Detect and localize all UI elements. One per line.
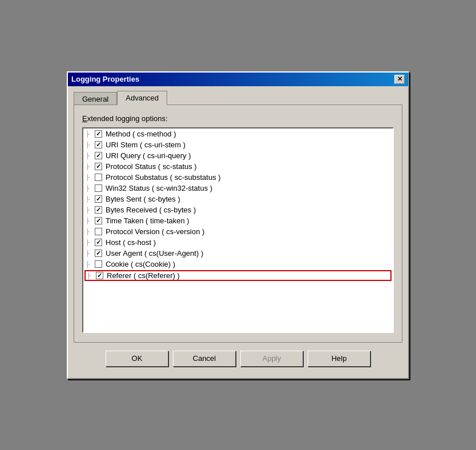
label-protocol-version: Protocol Version ( cs-version ) [106,227,204,236]
label-protocol-status: Protocol Status ( sc-status ) [106,162,197,171]
label-bytes-received: Bytes Received ( cs-bytes ) [106,206,196,214]
dialog-window: Logging Properties ✕ General Advanced Ex… [67,71,409,379]
tree-line-protocol-status: ├ [86,163,90,170]
checkbox-uri-query[interactable] [95,152,102,159]
help-button[interactable]: Help [308,351,370,367]
apply-button[interactable]: Apply [240,351,303,367]
checkbox-protocol-status[interactable] [95,163,102,170]
checkbox-protocol-substatus[interactable] [95,174,102,181]
title-bar: Logging Properties ✕ [68,73,408,86]
logging-options-list: ├Method ( cs-method )├URI Stem ( cs-uri-… [82,127,394,333]
tree-line-uri-stem: ├ [86,142,90,148]
list-item-user-agent[interactable]: ├User Agent ( cs(User-Agent) ) [83,248,393,259]
label-referer: Referer ( cs(Referer) ) [107,271,180,280]
tree-line-time-taken: ├ [86,218,90,224]
tab-advanced[interactable]: Advanced [117,91,167,105]
list-item-method[interactable]: ├Method ( cs-method ) [83,128,393,139]
list-item-host[interactable]: ├Host ( cs-host ) [83,237,393,248]
list-item-protocol-status[interactable]: ├Protocol Status ( sc-status ) [83,161,393,172]
tree-line-bytes-sent: ├ [86,196,90,202]
checkbox-uri-stem[interactable] [95,141,102,148]
label-uri-stem: URI Stem ( cs-uri-stem ) [106,140,185,149]
list-item-time-taken[interactable]: ├Time Taken ( time-taken ) [83,215,393,226]
checkbox-cookie[interactable] [95,260,102,268]
list-item-uri-stem[interactable]: ├URI Stem ( cs-uri-stem ) [83,139,393,150]
list-item-uri-query[interactable]: ├URI Query ( cs-uri-query ) [83,150,393,161]
checkbox-host[interactable] [95,239,102,246]
tree-line-win32-status: ├ [86,185,90,191]
tree-line-uri-query: ├ [86,152,90,159]
tab-bar: General Advanced [74,91,402,105]
tree-line-protocol-substatus: ├ [86,174,90,180]
list-item-protocol-version[interactable]: ├Protocol Version ( cs-version ) [83,226,393,237]
cancel-button[interactable]: Cancel [173,351,236,367]
checkbox-method[interactable] [95,130,102,138]
label-host: Host ( cs-host ) [106,238,156,247]
tab-content-advanced: Extended logging options: ├Method ( cs-m… [74,105,402,343]
checkbox-bytes-sent[interactable] [95,195,102,203]
close-button[interactable]: ✕ [394,75,405,84]
list-item-referer[interactable]: ├Referer ( cs(Referer) ) [84,270,392,281]
dialog-title: Logging Properties [71,75,139,83]
label-win32-status: Win32 Status ( sc-win32-status ) [106,184,212,192]
tab-general-label: General [82,95,108,103]
label-time-taken: Time Taken ( time-taken ) [106,216,189,225]
checkbox-protocol-version[interactable] [95,228,102,235]
label-method: Method ( cs-method ) [106,130,176,138]
section-label-text: Extended logging options: [82,114,168,123]
list-scroll-area[interactable]: ├Method ( cs-method )├URI Stem ( cs-uri-… [83,128,393,332]
list-item-protocol-substatus[interactable]: ├Protocol Substatus ( sc-substatus ) [83,172,393,183]
checkbox-user-agent[interactable] [95,250,102,257]
dialog-body: General Advanced Extended logging option… [68,86,408,378]
list-item-win32-status[interactable]: ├Win32 Status ( sc-win32-status ) [83,183,393,194]
tree-line-referer: ├ [87,272,91,279]
tab-advanced-label: Advanced [126,94,159,102]
ok-button[interactable]: OK [106,351,168,367]
label-protocol-substatus: Protocol Substatus ( sc-substatus ) [106,173,221,182]
tree-line-bytes-received: ├ [86,207,90,213]
tree-line-method: ├ [86,131,90,137]
tree-line-cookie: ├ [86,261,90,267]
section-label: Extended logging options: [82,114,394,123]
label-uri-query: URI Query ( cs-uri-query ) [106,151,191,160]
list-item-bytes-received[interactable]: ├Bytes Received ( cs-bytes ) [83,204,393,215]
label-user-agent: User Agent ( cs(User-Agent) ) [106,249,203,258]
label-cookie: Cookie ( cs(Cookie) ) [106,260,175,268]
checkbox-referer[interactable] [96,272,103,279]
tree-line-user-agent: ├ [86,250,90,256]
label-bytes-sent: Bytes Sent ( sc-bytes ) [106,195,180,203]
tree-line-host: ├ [86,239,90,246]
checkbox-time-taken[interactable] [95,217,102,224]
list-item-cookie[interactable]: ├Cookie ( cs(Cookie) ) [83,259,393,270]
checkbox-bytes-received[interactable] [95,206,102,214]
list-item-bytes-sent[interactable]: ├Bytes Sent ( sc-bytes ) [83,194,393,204]
button-row: OK Cancel Apply Help [74,343,402,373]
tree-line-protocol-version: ├ [86,228,90,235]
checkbox-win32-status[interactable] [95,184,102,192]
